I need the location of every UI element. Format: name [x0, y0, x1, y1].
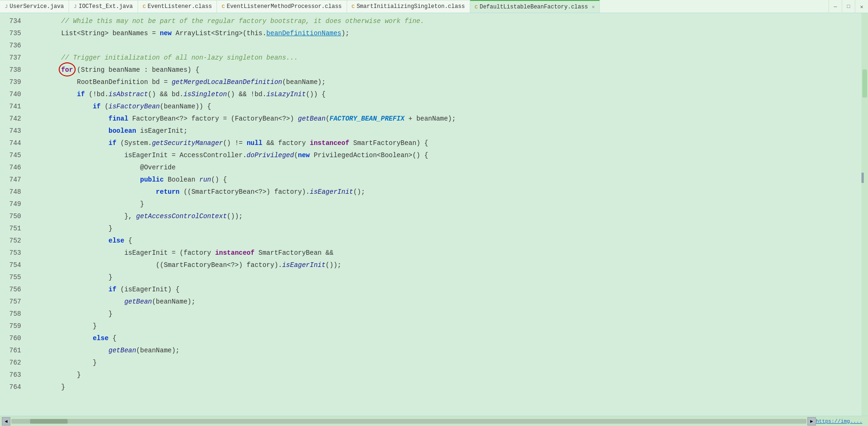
- line-num-757: 757: [0, 296, 21, 308]
- line-num-746: 746: [0, 161, 21, 174]
- code-line-735: List<String> beanNames = new ArrayList<S…: [26, 27, 861, 39]
- code-line-748: return ((SmartFactoryBean<?>) factory).i…: [26, 186, 861, 198]
- window-controls: — □ ✕: [829, 0, 868, 13]
- code-line-764: }: [26, 381, 861, 393]
- line-num-747: 747: [0, 174, 21, 186]
- line-num-734: 734: [0, 15, 21, 27]
- line-num-754: 754: [0, 259, 21, 271]
- line-num-764: 764: [0, 381, 21, 393]
- line-num-750: 750: [0, 210, 21, 222]
- line-num-763: 763: [0, 369, 21, 381]
- code-line-744: if (System.getSecurityManager() != null …: [26, 137, 861, 149]
- line-num-748: 748: [0, 186, 21, 198]
- line-num-756: 756: [0, 283, 21, 296]
- tab-ioctest[interactable]: J IOCTest_Ext.java: [69, 0, 138, 13]
- code-line-757: getBean(beanName);: [26, 296, 861, 308]
- scroll-thumb[interactable]: [862, 69, 867, 98]
- line-num-735: 735: [0, 27, 21, 39]
- line-num-739: 739: [0, 76, 21, 88]
- line-num-751: 751: [0, 222, 21, 235]
- line-num-762: 762: [0, 357, 21, 369]
- code-line-750: }, getAccessControlContext());: [26, 210, 861, 222]
- code-line-759: }: [26, 320, 861, 332]
- line-num-761: 761: [0, 344, 21, 357]
- class-icon-4: C: [475, 4, 478, 10]
- code-line-742: final FactoryBean<?> factory = (FactoryB…: [26, 113, 861, 125]
- line-num-758: 758: [0, 308, 21, 320]
- code-line-736: [26, 39, 861, 52]
- line-num-740: 740: [0, 88, 21, 100]
- tab-defaultlistable[interactable]: C DefaultListableBeanFactory.class ✕: [470, 0, 600, 13]
- code-line-737: // Trigger initialization of all non-laz…: [26, 52, 861, 64]
- code-line-746: @Override: [26, 161, 861, 174]
- maximize-button[interactable]: □: [842, 0, 855, 13]
- code-line-738: for (String beanName : beanNames) {: [26, 64, 861, 76]
- code-line-747: public Boolean run() {: [26, 174, 861, 186]
- code-line-745: isEagerInit = AccessController.doPrivile…: [26, 149, 861, 161]
- code-line-740: if (!bd.isAbstract() && bd.isSingleton()…: [26, 88, 861, 100]
- java-icon-2: J: [74, 4, 77, 9]
- scroll-thumb-horizontal[interactable]: [30, 419, 68, 424]
- line-num-759: 759: [0, 320, 21, 332]
- code-line-739: RootBeanDefinition bd = getMergedLocalBe…: [26, 76, 861, 88]
- java-icon: J: [5, 4, 8, 9]
- tab-label-2: IOCTest_Ext.java: [78, 3, 132, 10]
- tab-label-5: SmartInitializingSingleton.class: [356, 3, 465, 10]
- line-num-743: 743: [0, 125, 21, 137]
- code-line-765: [26, 393, 861, 405]
- line-num-736: 736: [0, 39, 21, 52]
- line-num-737: 737: [0, 52, 21, 64]
- tab-smartsingleton[interactable]: C SmartInitializingSingleton.class: [347, 0, 470, 13]
- line-num-760: 760: [0, 332, 21, 344]
- code-line-758: }: [26, 308, 861, 320]
- minimize-button[interactable]: —: [829, 0, 842, 13]
- close-tab-button[interactable]: ✕: [592, 4, 595, 10]
- line-num-753: 753: [0, 247, 21, 259]
- tab-bar: J UserService.java J IOCTest_Ext.java C …: [0, 0, 868, 13]
- code-line-755: }: [26, 271, 861, 283]
- code-line-753: isEagerInit = (factory instanceof SmartF…: [26, 247, 861, 259]
- line-num-745: 745: [0, 149, 21, 161]
- code-line-741: if (isFactoryBean(beanName)) {: [26, 100, 861, 113]
- code-line-743: boolean isEagerInit;: [26, 125, 861, 137]
- tab-label-3: EventListener.class: [147, 3, 212, 10]
- code-line-763: }: [26, 369, 861, 381]
- vertical-scrollbar[interactable]: [861, 13, 868, 416]
- code-line-761: getBean(beanName);: [26, 344, 861, 357]
- scope-indicator: [861, 173, 864, 183]
- code-line-734: // While this may not be part of the reg…: [26, 15, 861, 27]
- line-num-752: 752: [0, 235, 21, 247]
- class-icon-3: C: [352, 4, 355, 9]
- line-numbers: 734 735 736 737 738 739 740 741 742 743 …: [0, 13, 26, 416]
- tab-eventlistenerprocessor[interactable]: C EventListenerMethodProcessor.class: [217, 0, 347, 13]
- code-line-760: else {: [26, 332, 861, 344]
- class-icon: C: [143, 4, 146, 9]
- line-num-749: 749: [0, 198, 21, 210]
- line-num-742: 742: [0, 113, 21, 125]
- status-link[interactable]: https://img....: [816, 418, 862, 424]
- tab-label-4: EventListenerMethodProcessor.class: [227, 3, 342, 10]
- tab-label-6: DefaultListableBeanFactory.class: [480, 4, 588, 10]
- close-window-button[interactable]: ✕: [855, 0, 868, 13]
- code-line-749: }: [26, 198, 861, 210]
- line-num-755: 755: [0, 271, 21, 283]
- line-num-738: 738: [0, 64, 21, 76]
- code-editor[interactable]: // While this may not be part of the reg…: [26, 13, 861, 416]
- scroll-right-button[interactable]: ▶: [807, 417, 816, 426]
- scroll-left-button[interactable]: ◀: [2, 417, 10, 426]
- tab-userservice[interactable]: J UserService.java: [0, 0, 69, 13]
- tab-eventlistener[interactable]: C EventListener.class: [138, 0, 217, 13]
- scroll-track[interactable]: [11, 419, 806, 424]
- code-line-754: ((SmartFactoryBean<?>) factory).isEagerI…: [26, 259, 861, 271]
- tab-label: UserService.java: [10, 3, 64, 10]
- code-line-762: }: [26, 357, 861, 369]
- code-line-752: else {: [26, 235, 861, 247]
- code-line-751: }: [26, 222, 861, 235]
- bottom-scrollbar-bar: ◀ ▶ https://img....: [0, 416, 868, 426]
- line-num-744: 744: [0, 137, 21, 149]
- class-icon-2: C: [222, 4, 225, 9]
- line-num-741: 741: [0, 100, 21, 113]
- code-line-756: if (isEagerInit) {: [26, 283, 861, 296]
